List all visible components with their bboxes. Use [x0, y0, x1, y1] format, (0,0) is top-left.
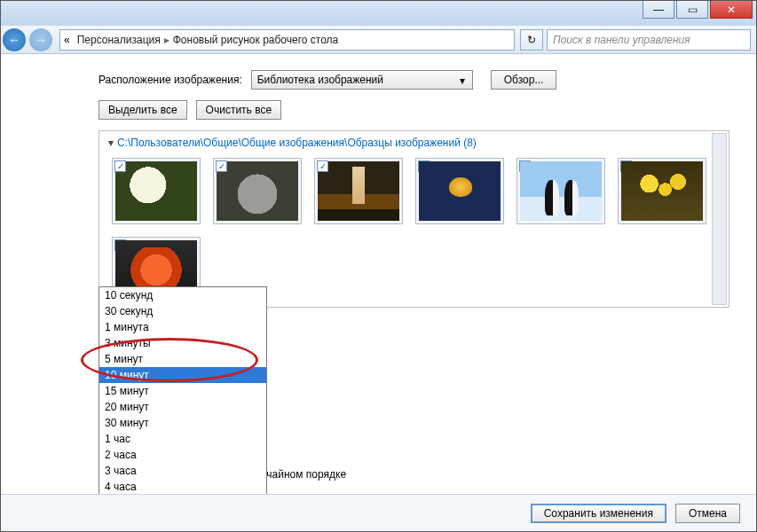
back-icon: ←	[8, 33, 20, 47]
breadcrumb-personalization[interactable]: Персонализация	[74, 34, 164, 46]
interval-option[interactable]: 3 часа	[99, 463, 266, 479]
thumbnail-image	[520, 161, 602, 221]
maximize-button[interactable]: ▭	[676, 1, 708, 19]
browse-button[interactable]: Обзор...	[491, 70, 557, 90]
interval-dropdown-list[interactable]: 10 секунд30 секунд1 минута3 минуты5 мину…	[99, 286, 267, 494]
location-combo[interactable]: Библиотека изображений ▾	[251, 70, 473, 90]
content-area: Расположение изображения: Библиотека изо…	[1, 54, 756, 494]
thumbnail-image	[318, 161, 399, 221]
chevron-down-icon: ▾	[456, 74, 469, 87]
interval-option[interactable]: 5 минут	[99, 351, 266, 367]
thumbnail-list: ✓✓✓✓✓✓✓	[99, 153, 729, 307]
thumbnail-checkbox[interactable]: ✓	[114, 160, 126, 172]
gallery-folder[interactable]: ▾ C:\Пользователи\Общие\Общие изображени…	[99, 131, 729, 153]
search-input[interactable]: Поиск в панели управления	[547, 29, 751, 51]
forward-icon: →	[35, 33, 47, 47]
location-label: Расположение изображения:	[99, 74, 242, 86]
gallery-folder-path: C:\Пользователи\Общие\Общие изображения\…	[117, 137, 477, 149]
thumbnail-image	[115, 161, 197, 221]
titlebar: — ▭ ✕	[1, 1, 756, 26]
interval-option[interactable]: 4 часа	[99, 479, 266, 494]
tree-collapse-icon: ▾	[108, 137, 114, 149]
search-placeholder: Поиск в панели управления	[553, 34, 690, 46]
toolbar: ← → « Персонализация ▸ Фоновый рисунок р…	[1, 26, 756, 54]
back-button[interactable]: ←	[3, 28, 26, 51]
interval-option[interactable]: 3 минуты	[99, 335, 266, 351]
interval-option[interactable]: 2 часа	[99, 447, 266, 463]
thumbnail-checkbox[interactable]: ✓	[317, 160, 328, 172]
save-button[interactable]: Сохранить изменения	[531, 504, 666, 523]
thumbnail-image	[217, 161, 298, 221]
cancel-button[interactable]: Отмена	[675, 504, 740, 523]
close-button[interactable]: ✕	[710, 1, 753, 19]
interval-option[interactable]: 20 минут	[99, 399, 266, 415]
interval-option[interactable]: 1 час	[99, 431, 266, 447]
forward-button[interactable]: →	[29, 28, 52, 51]
minimize-icon: —	[653, 4, 664, 16]
maximize-icon: ▭	[688, 4, 698, 16]
thumbnail-lighthouse[interactable]: ✓	[314, 158, 403, 224]
gallery-scrollbar[interactable]	[712, 133, 727, 305]
footer: Сохранить изменения Отмена	[1, 494, 756, 531]
refresh-button[interactable]: ↻	[520, 29, 543, 51]
thumbnail-tulips[interactable]: ✓	[618, 158, 706, 224]
minimize-button[interactable]: —	[643, 1, 674, 19]
interval-option[interactable]: 15 минут	[99, 383, 266, 399]
interval-option[interactable]: 30 минут	[99, 415, 266, 431]
thumbnail-image	[621, 161, 703, 221]
location-combo-value: Библиотека изображений	[257, 74, 383, 86]
refresh-icon: ↻	[527, 34, 536, 46]
address-bar[interactable]: « Персонализация ▸ Фоновый рисунок рабоч…	[59, 29, 515, 51]
thumbnail-jellyfish[interactable]: ✓	[415, 158, 504, 224]
clear-all-button[interactable]: Очистить все	[196, 100, 281, 120]
thumbnail-checkbox[interactable]: ✓	[216, 160, 227, 172]
thumbnail-hydrangea[interactable]: ✓	[112, 158, 201, 224]
window: — ▭ ✕ ← → « Персонализация ▸ Фоновый рис…	[0, 0, 757, 532]
interval-option[interactable]: 10 секунд	[99, 287, 266, 303]
close-icon: ✕	[727, 4, 736, 16]
interval-option[interactable]: 30 секунд	[99, 303, 266, 319]
select-all-button[interactable]: Выделить все	[99, 100, 187, 120]
thumbnail-koala[interactable]: ✓	[213, 158, 302, 224]
interval-option[interactable]: 10 минут	[99, 367, 266, 383]
thumbnail-penguins[interactable]: ✓	[516, 158, 605, 224]
breadcrumb-wallpaper[interactable]: Фоновый рисунок рабочего стола	[170, 34, 343, 46]
interval-option[interactable]: 1 минута	[99, 319, 266, 335]
gallery: ▾ C:\Пользователи\Общие\Общие изображени…	[99, 130, 729, 308]
thumbnail-image	[419, 161, 501, 221]
